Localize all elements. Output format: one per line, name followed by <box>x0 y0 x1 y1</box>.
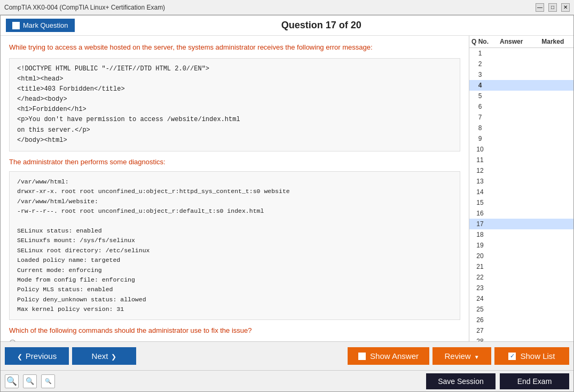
sidebar-q-number: 18 <box>469 230 491 239</box>
sidebar-row[interactable]: 5 <box>469 91 573 101</box>
sidebar-q-marked <box>532 230 574 239</box>
sidebar-q-marked <box>532 145 574 154</box>
sidebar-row[interactable]: 21 <box>469 261 573 272</box>
sidebar-row[interactable]: 4 <box>469 80 573 91</box>
sidebar-q-marked <box>532 70 574 79</box>
sidebar-q-number: 7 <box>469 113 491 122</box>
sidebar-row[interactable]: 6 <box>469 101 573 112</box>
sidebar-row[interactable]: 16 <box>469 208 573 219</box>
sidebar-q-answer <box>491 92 532 100</box>
sidebar-q-number: 2 <box>469 60 491 68</box>
zoom-in-button[interactable]: 🔍 <box>5 374 19 388</box>
sidebar-q-number: 21 <box>469 262 491 271</box>
zoom-out-button[interactable]: 🔍 <box>23 374 37 388</box>
mark-question-label: Mark Question <box>23 21 68 29</box>
sidebar-row[interactable]: 9 <box>469 133 573 144</box>
sidebar-q-number: 1 <box>469 49 491 58</box>
save-session-label: Save Session <box>438 377 484 386</box>
close-button[interactable]: ✕ <box>561 3 570 12</box>
show-list-label: Show List <box>520 351 555 361</box>
sidebar-q-number: 20 <box>469 252 491 260</box>
mark-checkbox-icon <box>12 22 20 29</box>
sidebar-q-number: 16 <box>469 209 491 218</box>
sidebar-q-marked <box>532 241 574 250</box>
end-exam-button[interactable]: End Exam <box>500 373 569 389</box>
diagnostics-code-block: /var/www/html: drwxr-xr-x. root root unc… <box>9 171 460 320</box>
sidebar-row[interactable]: 14 <box>469 187 573 197</box>
previous-label: Previous <box>26 351 57 361</box>
sidebar-row[interactable]: 8 <box>469 123 573 133</box>
sidebar-q-answer <box>491 262 532 271</box>
sidebar-q-answer <box>491 102 532 111</box>
sidebar-q-answer <box>491 70 532 79</box>
sidebar-row[interactable]: 20 <box>469 251 573 261</box>
sidebar-row[interactable]: 15 <box>469 197 573 208</box>
save-session-button[interactable]: Save Session <box>426 373 496 389</box>
mark-question-button[interactable]: Mark Question <box>6 19 75 32</box>
sidebar-q-marked <box>532 134 574 143</box>
show-answer-label: Show Answer <box>370 351 419 361</box>
sidebar-row[interactable]: 17 <box>469 219 573 229</box>
sidebar-q-number: 23 <box>469 284 491 292</box>
review-button[interactable]: Review <box>433 347 491 365</box>
sidebar-q-marked <box>532 337 574 341</box>
sidebar-q-number: 11 <box>469 156 491 164</box>
title-bar: CompTIA XK0-004 (CompTIA Linux+ Certific… <box>0 0 574 15</box>
sidebar-row[interactable]: 22 <box>469 272 573 283</box>
sidebar-row[interactable]: 19 <box>469 240 573 251</box>
sidebar-row[interactable]: 1 <box>469 48 573 59</box>
maximize-button[interactable]: □ <box>548 3 557 12</box>
sidebar-q-marked <box>532 262 574 271</box>
next-arrow-icon <box>111 351 116 361</box>
sidebar-row[interactable]: 11 <box>469 155 573 165</box>
sidebar-row[interactable]: 18 <box>469 229 573 240</box>
sidebar: Q No. Answer Marked 1 2 3 4 5 6 7 8 <box>469 36 573 341</box>
sidebar-q-number: 14 <box>469 188 491 196</box>
sidebar-q-marked <box>532 156 574 164</box>
question-bottom-text: Which of the following commands should t… <box>9 326 460 334</box>
show-answer-button[interactable]: Show Answer <box>348 347 429 365</box>
question-intro-text: While trying to access a website hosted … <box>9 42 460 53</box>
sidebar-q-answer <box>491 198 532 207</box>
sidebar-q-answer <box>491 326 532 335</box>
next-button[interactable]: Next <box>72 347 136 365</box>
sidebar-q-marked <box>532 316 574 324</box>
sidebar-q-number: 8 <box>469 124 491 132</box>
sidebar-q-number: 19 <box>469 241 491 250</box>
sidebar-q-marked <box>532 49 574 58</box>
show-list-button[interactable]: Show List <box>494 347 569 365</box>
sidebar-row[interactable]: 26 <box>469 315 573 325</box>
sidebar-q-number: 9 <box>469 134 491 143</box>
sidebar-row[interactable]: 28 <box>469 336 573 341</box>
sidebar-q-number: 3 <box>469 70 491 79</box>
sidebar-row[interactable]: 23 <box>469 283 573 293</box>
minimize-button[interactable]: — <box>536 3 544 12</box>
sidebar-q-answer <box>491 49 532 58</box>
sidebar-q-marked <box>532 305 574 314</box>
sidebar-row[interactable]: 7 <box>469 112 573 123</box>
show-list-checkbox-icon <box>508 353 516 360</box>
sidebar-q-number: 12 <box>469 166 491 175</box>
sidebar-q-marked <box>532 198 574 207</box>
sidebar-row[interactable]: 25 <box>469 304 573 315</box>
main-container: Mark Question Question 17 of 20 While tr… <box>0 15 574 392</box>
sidebar-row[interactable]: 2 <box>469 59 573 69</box>
sidebar-q-marked <box>532 92 574 100</box>
sidebar-row[interactable]: 10 <box>469 144 573 155</box>
sidebar-row[interactable]: 27 <box>469 325 573 336</box>
sidebar-row[interactable]: 13 <box>469 176 573 187</box>
sidebar-q-answer <box>491 337 532 341</box>
sidebar-q-answer <box>491 220 532 228</box>
sidebar-q-number: 15 <box>469 198 491 207</box>
zoom-reset-button[interactable]: 🔍 <box>41 374 55 388</box>
sidebar-col-qno: Q No. <box>469 38 491 45</box>
sidebar-row[interactable]: 3 <box>469 69 573 80</box>
end-exam-label: End Exam <box>517 377 552 386</box>
sidebar-row[interactable]: 12 <box>469 165 573 176</box>
sidebar-q-marked <box>532 252 574 260</box>
sidebar-q-number: 17 <box>469 220 491 228</box>
previous-button[interactable]: Previous <box>5 347 69 365</box>
sidebar-row[interactable]: 24 <box>469 293 573 304</box>
bottom-navigation-bar: Previous Next Show Answer Review Show Li… <box>1 341 573 370</box>
sidebar-q-answer <box>491 241 532 250</box>
